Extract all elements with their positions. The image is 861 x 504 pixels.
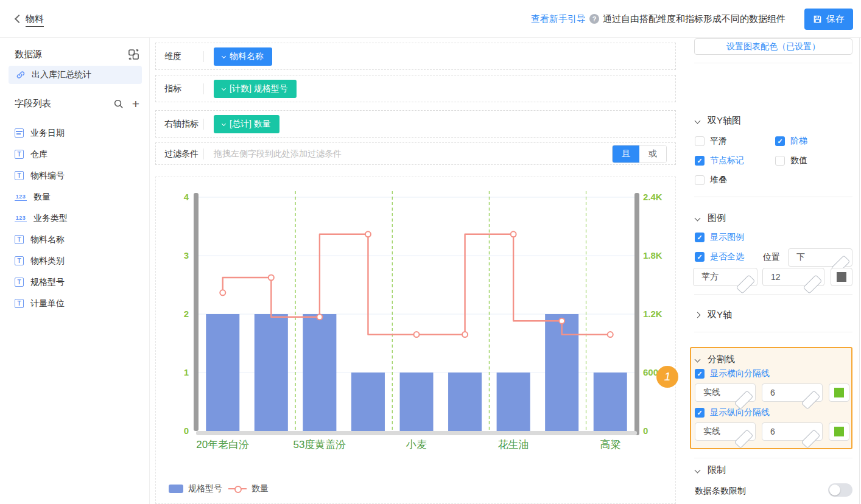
panel-scrollbar[interactable] [859, 38, 860, 504]
right-metric-label: 右轴指标 [164, 119, 201, 130]
checkbox-select-all[interactable]: ✓ 是否全选 [695, 251, 744, 262]
legend-position-select[interactable]: 下 [788, 248, 852, 267]
horizontal-split-width-select[interactable]: 6 [762, 383, 823, 402]
checkbox-label: 数值 [790, 155, 807, 166]
chevron-down-icon [695, 357, 701, 363]
right-metric-tag[interactable]: [总计] 数量 [214, 115, 279, 133]
section-limit[interactable]: 限制 [695, 464, 726, 476]
guide-link[interactable]: 查看新手引导 [531, 13, 586, 25]
chart-color-settings-button[interactable]: 设置图表配色（已设置） [694, 38, 852, 55]
checkbox-step[interactable]: ✓ 阶梯 [775, 136, 807, 147]
legend-size-select[interactable]: 12 [762, 268, 824, 286]
metric-tag[interactable]: [计数] 规格型号 [214, 80, 297, 98]
filter-row: 过滤条件 拖拽左侧字段到此处添加过滤条件 且 或 [155, 142, 676, 165]
checkbox-label: 是否全选 [710, 251, 744, 262]
right-metric-row: 右轴指标 [总计] 数量 [155, 110, 676, 138]
checkbox-icon[interactable]: ✓ [695, 156, 705, 166]
line-marker-icon [228, 485, 247, 493]
metric-label: 指标 [164, 83, 201, 94]
section-legend[interactable]: 图例 [695, 212, 726, 224]
checkbox-label: 平滑 [710, 136, 727, 147]
svg-text:小麦: 小麦 [406, 439, 427, 450]
checkbox-value[interactable]: 数值 [775, 155, 807, 166]
field-item[interactable]: T计量单位 [0, 293, 150, 314]
chart-canvas[interactable]: 0123406001.2K1.8K2.4K20年老白汾53度黄盖汾小麦花生油高粱 [156, 177, 675, 463]
datasource-name: 出入库汇总统计 [32, 69, 91, 80]
dimension-tag[interactable]: 物料名称 [214, 47, 272, 66]
datasource-title: 数据源 [15, 49, 42, 60]
data-limit-toggle[interactable] [828, 483, 852, 497]
chevron-right-icon [695, 312, 701, 318]
calendar-icon [15, 128, 24, 138]
checkbox-icon[interactable]: ✓ [695, 233, 705, 242]
legend-font-select[interactable]: 苹方 [693, 268, 757, 286]
field-item[interactable]: T规格型号 [0, 271, 150, 293]
datasource-item[interactable]: 出入库汇总统计 [9, 66, 142, 84]
divider [694, 63, 852, 63]
checkbox-icon[interactable] [695, 136, 705, 146]
number-field-icon: 123 [15, 215, 27, 222]
checkbox-icon[interactable]: ✓ [695, 408, 705, 418]
field-label: 计量单位 [30, 298, 65, 309]
field-item[interactable]: T物料编号 [0, 165, 150, 186]
step-badge: 1 [656, 366, 678, 388]
checkbox-icon[interactable] [775, 156, 785, 166]
svg-text:53度黄盖汾: 53度黄盖汾 [293, 439, 346, 450]
divider [203, 119, 204, 130]
vertical-split-color-picker[interactable] [829, 422, 849, 441]
section-title: 限制 [708, 464, 726, 476]
left-sidebar: 数据源 出入库汇总统计 字段列表 + 业务日期 T仓库 T物料编号 123数量 … [0, 38, 150, 504]
field-item[interactable]: 业务日期 [0, 122, 150, 144]
checkbox-icon[interactable]: ✓ [775, 136, 785, 146]
legend-item-line[interactable]: 数量 [228, 483, 269, 494]
section-title: 图例 [708, 212, 726, 224]
search-icon[interactable] [113, 99, 124, 109]
checkbox-stack[interactable]: 堆叠 [695, 175, 727, 186]
checkbox-smooth[interactable]: 平滑 [695, 136, 727, 147]
limit-row-label: 数据条数限制 [695, 486, 746, 497]
checkbox-icon[interactable]: ✓ [695, 369, 705, 379]
legend-color-picker[interactable] [831, 268, 852, 286]
section-dual-y-axis[interactable]: 双Y轴 [695, 309, 732, 321]
checkbox-vertical-split[interactable]: ✓ 显示纵向分隔线 [695, 407, 770, 418]
checkbox-node-marker[interactable]: ✓ 节点标记 [695, 155, 744, 166]
or-option[interactable]: 或 [639, 145, 666, 163]
divider [203, 83, 204, 94]
section-title: 双Y轴图 [708, 115, 741, 127]
page-title[interactable]: 物料 [26, 13, 44, 27]
svg-text:高粱: 高粱 [600, 439, 620, 450]
field-item[interactable]: T物料名称 [0, 229, 150, 250]
select-value: 6 [770, 388, 775, 397]
checkbox-icon[interactable]: ✓ [695, 252, 705, 262]
checkbox-show-legend[interactable]: ✓ 显示图例 [695, 232, 744, 243]
field-item[interactable]: T仓库 [0, 144, 150, 165]
checkbox-label: 显示横向分隔线 [710, 368, 770, 379]
horizontal-split-color-picker[interactable] [829, 383, 849, 402]
and-option[interactable]: 且 [613, 145, 639, 163]
save-button-label: 保存 [826, 13, 845, 25]
chart-card: 0123406001.2K1.8K2.4K20年老白汾53度黄盖汾小麦花生油高粱… [155, 177, 676, 504]
color-swatch [834, 388, 844, 397]
chevron-down-icon [695, 118, 701, 124]
section-dual-y-chart[interactable]: 双Y轴图 [695, 115, 741, 127]
checkbox-label: 阶梯 [790, 136, 807, 147]
question-circle-icon[interactable]: ? [589, 14, 599, 24]
add-field-icon[interactable]: + [132, 99, 139, 109]
field-item[interactable]: 123业务类型 [0, 208, 150, 229]
horizontal-split-style-select[interactable]: 实线 [695, 383, 756, 402]
chevron-down-icon [222, 54, 226, 58]
filter-drop-area[interactable]: 拖拽左侧字段到此处添加过滤条件 [214, 149, 342, 159]
filter-label: 过滤条件 [164, 149, 201, 159]
checkbox-horizontal-split[interactable]: ✓ 显示横向分隔线 [695, 368, 770, 379]
save-button[interactable]: 保存 [804, 9, 853, 30]
checkbox-icon[interactable] [695, 175, 705, 185]
svg-text:0: 0 [643, 425, 648, 436]
legend-item-bar[interactable]: 规格型号 [169, 483, 222, 494]
switch-datasource-icon[interactable] [128, 49, 139, 60]
section-split-line[interactable]: 分割线 [695, 354, 735, 365]
field-item[interactable]: T物料类别 [0, 250, 150, 271]
field-item[interactable]: 123数量 [0, 186, 150, 208]
right-metric-tag-label: [总计] 数量 [230, 119, 271, 130]
vertical-split-width-select[interactable]: 6 [762, 422, 823, 441]
vertical-split-style-select[interactable]: 实线 [695, 422, 756, 441]
